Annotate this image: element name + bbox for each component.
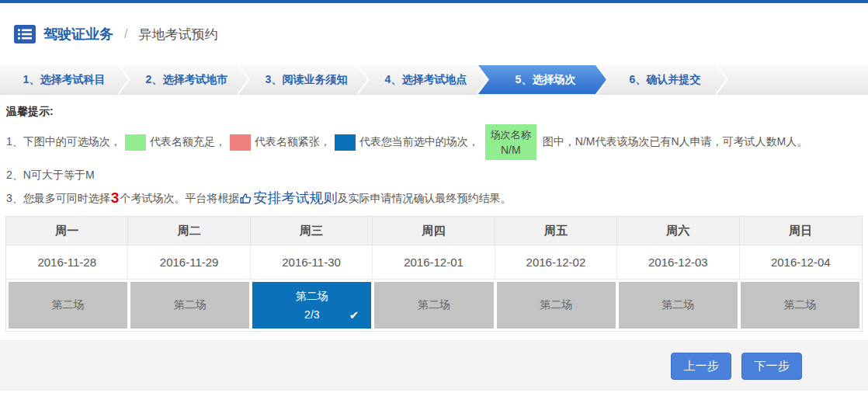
session-cell-sunday[interactable]: 第二场: [741, 282, 859, 329]
max-session-count: 3: [110, 188, 120, 208]
date-cell: 2016-11-30: [251, 245, 373, 280]
sample-box-ratio: N/M: [485, 142, 536, 158]
weekday-header: 周日: [740, 217, 862, 245]
tip3-prefix: 3、您最多可同时选择: [6, 188, 110, 208]
tip1-red-label: 代表名额紧张，: [255, 135, 331, 149]
tip1-prefix: 1、下图中的可选场次，: [6, 135, 121, 149]
tip1-blue-label: 代表您当前选中的场次，: [359, 135, 479, 149]
session-cell-wednesday-selected[interactable]: 第二场 2/3 ✔: [252, 282, 371, 329]
step-2-select-city[interactable]: 2、选择考试地市: [120, 65, 248, 94]
date-cell: 2016-12-02: [495, 245, 617, 280]
date-cell: 2016-11-29: [128, 245, 250, 280]
session-ratio-row: 2/3 ✔: [252, 305, 371, 324]
weekday-header: 周六: [617, 217, 739, 245]
exam-rules-link[interactable]: 安排考试规则: [239, 188, 337, 208]
tip-line-1: 1、下图中的可选场次， 代表名额充足， 代表名额紧张， 代表您当前选中的场次， …: [6, 123, 862, 162]
tip-line-2: 2、N可大于等于M: [6, 166, 862, 183]
weekday-header: 周五: [495, 217, 617, 245]
weekday-header: 周四: [373, 217, 495, 245]
date-cell: 2016-12-03: [617, 245, 739, 280]
tip-line-3: 3、您最多可同时选择 3 个考试场次。平台将根据 安排考试规则 及实际申请情况确…: [6, 188, 862, 208]
date-cell: 2016-12-04: [740, 245, 862, 280]
tips-section: 温馨提示: 1、下图中的可选场次， 代表名额充足， 代表名额紧张， 代表您当前选…: [0, 95, 868, 208]
weekday-header: 周一: [6, 217, 128, 245]
step-4-select-site[interactable]: 4、选择考试地点: [359, 65, 487, 94]
session-cell-saturday[interactable]: 第二场: [619, 282, 738, 329]
thumbs-up-icon: [239, 192, 252, 205]
session-schedule-table: 周一 周二 周三 周四 周五 周六 周日 2016-11-28 2016-11-…: [5, 216, 863, 332]
tip3-middle: 个考试场次。平台将根据: [120, 188, 239, 208]
session-cell-thursday[interactable]: 第二场: [374, 282, 493, 329]
previous-step-button[interactable]: 上一步: [671, 353, 731, 380]
legend-blue-swatch: [335, 134, 356, 151]
breadcrumb-separator: /: [124, 27, 127, 41]
date-row: 2016-11-28 2016-11-29 2016-11-30 2016-12…: [6, 245, 862, 280]
step-6-confirm-submit[interactable]: 6、确认并提交: [598, 65, 726, 94]
session-label: 第二场: [296, 288, 328, 304]
weekday-header: 周二: [128, 217, 250, 245]
page-title: 异地考试预约: [138, 26, 217, 43]
tip3-suffix: 及实际申请情况确认最终预约结果。: [337, 188, 511, 208]
next-step-button[interactable]: 下一步: [741, 353, 802, 380]
step-wizard: 1、选择考试科目 2、选择考试地市 3、阅读业务须知 4、选择考试地点 5、选择…: [0, 65, 868, 95]
legend-red-swatch: [230, 134, 251, 151]
session-cell-friday[interactable]: 第二场: [497, 282, 616, 329]
legend-green-swatch: [125, 134, 146, 151]
session-sample-box: 场次名称 N/M: [485, 124, 536, 160]
sample-box-title: 场次名称: [485, 127, 536, 142]
tip1-suffix: 图中，N/M代表该场次已有N人申请，可考试人数M人。: [543, 135, 807, 149]
session-cell-tuesday[interactable]: 第二场: [130, 282, 249, 329]
exam-booking-page: 驾驶证业务 / 异地考试预约 1、选择考试科目 2、选择考试地市 3、阅读业务须…: [0, 0, 868, 400]
exam-rules-link-text: 安排考试规则: [253, 188, 337, 208]
date-cell: 2016-12-01: [373, 245, 495, 280]
weekday-header: 周三: [251, 217, 373, 245]
step-3-read-notice[interactable]: 3、阅读业务须知: [239, 65, 367, 94]
list-icon: [14, 25, 36, 43]
check-icon: ✔: [349, 306, 359, 325]
step-5-select-session[interactable]: 5、选择场次: [478, 65, 606, 94]
date-cell: 2016-11-28: [6, 245, 128, 280]
session-row: 第二场 第二场 第二场 2/3 ✔ 第二场 第二场 第二场 第二场: [6, 280, 862, 331]
tips-heading: 温馨提示:: [6, 103, 862, 120]
session-ratio: 2/3: [304, 308, 319, 321]
step-bar-filler: [717, 65, 868, 94]
session-cell-monday[interactable]: 第二场: [9, 282, 127, 329]
breadcrumb: 驾驶证业务 / 异地考试预约: [0, 3, 868, 65]
tip1-green-label: 代表名额充足，: [150, 135, 226, 149]
footer-action-bar: 上一步 下一步: [0, 340, 868, 391]
step-1-select-subject[interactable]: 1、选择考试科目: [0, 65, 128, 94]
breadcrumb-business-type[interactable]: 驾驶证业务: [43, 25, 113, 43]
weekday-header-row: 周一 周二 周三 周四 周五 周六 周日: [6, 217, 862, 245]
